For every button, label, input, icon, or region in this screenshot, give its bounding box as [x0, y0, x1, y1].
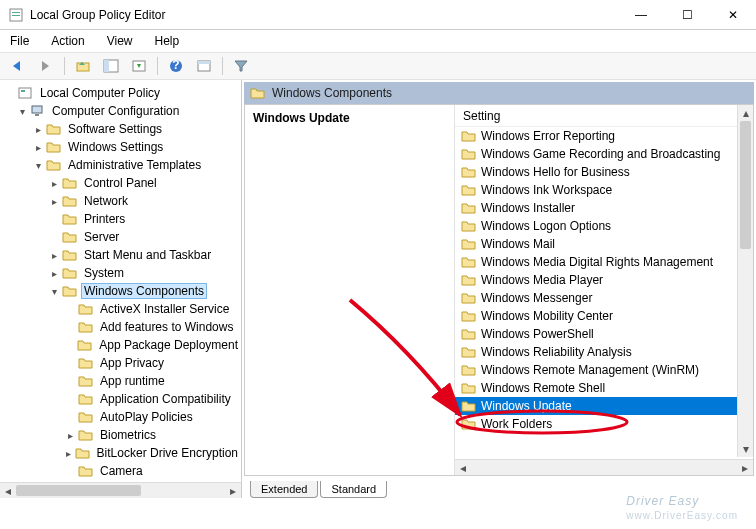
show-hide-tree-button[interactable] — [99, 55, 123, 77]
tree-item-app-compat[interactable]: Application Compatibility — [4, 390, 241, 408]
tree-root[interactable]: Local Computer Policy — [4, 84, 241, 102]
list-item[interactable]: Windows Mail — [455, 235, 753, 253]
tree-item-admin-templates[interactable]: ▾Administrative Templates — [4, 156, 241, 174]
expand-icon[interactable]: ▸ — [32, 123, 44, 135]
list-item[interactable]: Windows Media Digital Rights Management — [455, 253, 753, 271]
tree-label: Biometrics — [97, 427, 159, 443]
folder-icon — [461, 201, 477, 215]
list-item[interactable]: Windows Update — [455, 397, 753, 415]
tree-item-biometrics[interactable]: ▸Biometrics — [4, 426, 241, 444]
menu-help[interactable]: Help — [151, 32, 184, 50]
collapse-icon[interactable]: ▾ — [48, 285, 60, 297]
list-item[interactable]: Windows Media Player — [455, 271, 753, 289]
expand-icon[interactable]: ▸ — [48, 267, 60, 279]
tree-item-system[interactable]: ▸System — [4, 264, 241, 282]
scroll-right-icon[interactable]: ▸ — [225, 483, 241, 498]
tree-item-autoplay[interactable]: AutoPlay Policies — [4, 408, 241, 426]
list-item[interactable]: Windows Remote Shell — [455, 379, 753, 397]
scroll-track[interactable] — [471, 460, 737, 475]
tree-item-camera[interactable]: Camera — [4, 462, 241, 480]
folder-icon — [461, 237, 477, 251]
list-item-label: Windows Messenger — [481, 291, 592, 305]
folder-icon — [461, 417, 477, 431]
tab-standard[interactable]: Standard — [320, 481, 387, 498]
menu-action[interactable]: Action — [47, 32, 88, 50]
list-item[interactable]: Windows PowerShell — [455, 325, 753, 343]
collapse-icon[interactable] — [4, 87, 16, 99]
list-item[interactable]: Windows Installer — [455, 199, 753, 217]
tree-item-windows-components[interactable]: ▾Windows Components — [4, 282, 241, 300]
tree-horizontal-scrollbar[interactable]: ◂ ▸ — [0, 482, 241, 498]
scroll-track[interactable] — [16, 483, 225, 498]
list-item[interactable]: Windows Messenger — [455, 289, 753, 307]
tree-item-windows-settings[interactable]: ▸Windows Settings — [4, 138, 241, 156]
list-item[interactable]: Windows Hello for Business — [455, 163, 753, 181]
policy-tree[interactable]: Local Computer Policy ▾ Computer Configu… — [0, 80, 241, 480]
tree-item-app-privacy[interactable]: App Privacy — [4, 354, 241, 372]
scroll-down-icon[interactable]: ▾ — [738, 441, 753, 457]
folder-icon — [461, 327, 477, 341]
tree-item-network[interactable]: ▸Network — [4, 192, 241, 210]
tree-item-server[interactable]: Server — [4, 228, 241, 246]
watermark-url: www.DriverEasy.com — [626, 510, 738, 521]
column-header-setting[interactable]: Setting — [455, 105, 753, 127]
collapse-icon[interactable]: ▾ — [16, 105, 28, 117]
list-item[interactable]: Windows Error Reporting — [455, 127, 753, 145]
expand-icon[interactable]: ▸ — [48, 195, 60, 207]
folder-icon — [461, 399, 477, 413]
help-button[interactable]: ? — [164, 55, 188, 77]
expand-icon[interactable] — [48, 231, 60, 243]
collapse-icon[interactable]: ▾ — [32, 159, 44, 171]
tree-item-software-settings[interactable]: ▸Software Settings — [4, 120, 241, 138]
folder-icon — [461, 165, 477, 179]
maximize-button[interactable]: ☐ — [664, 0, 710, 29]
tree-item-activex[interactable]: ActiveX Installer Service — [4, 300, 241, 318]
list-item-label: Work Folders — [481, 417, 552, 431]
up-button[interactable] — [71, 55, 95, 77]
tab-extended[interactable]: Extended — [250, 481, 318, 498]
list-item[interactable]: Windows Remote Management (WinRM) — [455, 361, 753, 379]
tree-item-printers[interactable]: Printers — [4, 210, 241, 228]
list-item[interactable]: Windows Logon Options — [455, 217, 753, 235]
tree-item-bitlocker[interactable]: ▸BitLocker Drive Encryption — [4, 444, 241, 462]
scroll-track[interactable] — [738, 121, 753, 441]
settings-list[interactable]: Windows Error ReportingWindows Game Reco… — [455, 127, 753, 459]
tree-item-control-panel[interactable]: ▸Control Panel — [4, 174, 241, 192]
list-item-label: Windows Remote Management (WinRM) — [481, 363, 699, 377]
scroll-thumb[interactable] — [740, 121, 751, 249]
list-item-label: Windows Ink Workspace — [481, 183, 612, 197]
list-item[interactable]: Work Folders — [455, 415, 753, 433]
tree-item-app-runtime[interactable]: App runtime — [4, 372, 241, 390]
tree-item-computer-config[interactable]: ▾ Computer Configuration — [4, 102, 241, 120]
expand-icon[interactable] — [48, 213, 60, 225]
list-item[interactable]: Windows Ink Workspace — [455, 181, 753, 199]
expand-icon[interactable]: ▸ — [48, 249, 60, 261]
expand-icon[interactable]: ▸ — [32, 141, 44, 153]
list-item-label: Windows Media Player — [481, 273, 603, 287]
scroll-left-icon[interactable]: ◂ — [0, 483, 16, 498]
forward-button[interactable] — [34, 55, 58, 77]
scroll-left-icon[interactable]: ◂ — [455, 460, 471, 475]
minimize-button[interactable]: — — [618, 0, 664, 29]
refresh-button[interactable] — [127, 55, 151, 77]
scroll-up-icon[interactable]: ▴ — [738, 105, 753, 121]
scroll-thumb[interactable] — [16, 485, 141, 496]
tree-item-app-package[interactable]: App Package Deployment — [4, 336, 241, 354]
list-item[interactable]: Windows Game Recording and Broadcasting — [455, 145, 753, 163]
tree-label: Start Menu and Taskbar — [81, 247, 214, 263]
menu-file[interactable]: File — [6, 32, 33, 50]
expand-icon[interactable]: ▸ — [48, 177, 60, 189]
properties-button[interactable] — [192, 55, 216, 77]
scroll-right-icon[interactable]: ▸ — [737, 460, 753, 475]
close-button[interactable]: ✕ — [710, 0, 756, 29]
tree-item-add-features[interactable]: Add features to Windows — [4, 318, 241, 336]
back-button[interactable] — [6, 55, 30, 77]
horizontal-scrollbar[interactable]: ◂ ▸ — [455, 459, 753, 475]
filter-button[interactable] — [229, 55, 253, 77]
list-item[interactable]: Windows Mobility Center — [455, 307, 753, 325]
tree-item-start-menu[interactable]: ▸Start Menu and Taskbar — [4, 246, 241, 264]
menu-view[interactable]: View — [103, 32, 137, 50]
svg-rect-11 — [19, 88, 31, 98]
list-item[interactable]: Windows Reliability Analysis — [455, 343, 753, 361]
vertical-scrollbar[interactable]: ▴ ▾ — [737, 105, 753, 457]
